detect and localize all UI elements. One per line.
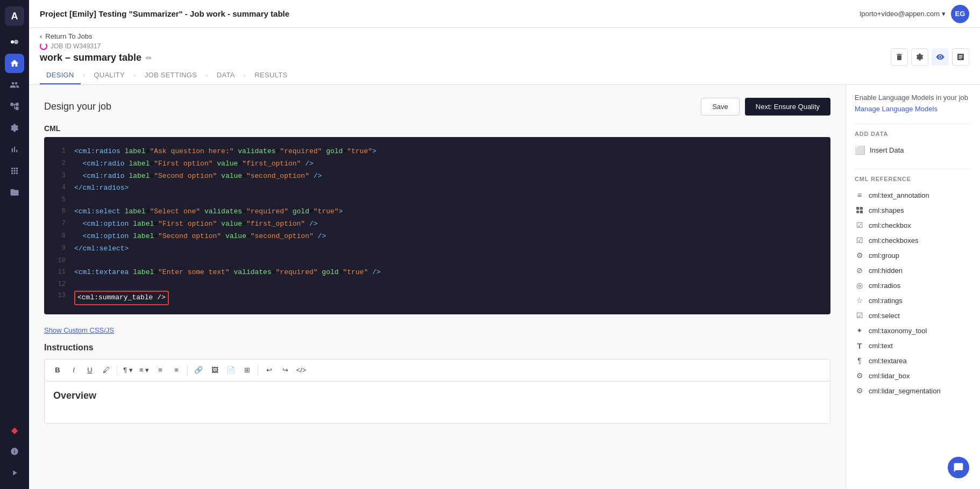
svg-rect-2 [856, 207, 859, 210]
user-email-dropdown[interactable]: lporto+video@appen.com ▾ [860, 10, 946, 18]
nav-sep-3: › [203, 71, 210, 80]
sidebar: A ◆ [0, 0, 29, 489]
nav-sep-1: › [81, 71, 88, 80]
tab-results[interactable]: RESULTS [248, 67, 294, 84]
toolbar-table[interactable]: ⊞ [239, 363, 254, 378]
cml-label: CML [44, 124, 830, 133]
show-css-link[interactable]: Show Custom CSS/JS [44, 326, 114, 334]
sidebar-item-chart[interactable] [5, 140, 24, 159]
job-id-row: JOB ID W349317 [40, 42, 152, 50]
cml-ref-ratings[interactable]: ☆ cml:ratings [855, 293, 971, 308]
toolbar-redo[interactable]: ↪ [278, 363, 293, 378]
cml-ref-shapes[interactable]: cml:shapes [855, 203, 971, 218]
enable-llm-label: Enable Language Models in your job [855, 94, 971, 102]
toolbar-link[interactable]: 🔗 [191, 363, 206, 378]
cml-ref-radios[interactable]: ◎ cml:radios [855, 278, 971, 293]
sidebar-item-info[interactable] [5, 442, 24, 461]
right-panel: Enable Language Models in your job Manag… [846, 85, 980, 489]
sidebar-item-settings2[interactable] [5, 118, 24, 138]
tab-design[interactable]: DESIGN [40, 67, 81, 84]
toolbar-align[interactable]: ≡ ▾ [137, 363, 152, 378]
sidebar-item-hierarchy[interactable] [5, 97, 24, 116]
tab-data-label: DATA [217, 71, 235, 79]
toolbar-unordered-list[interactable]: ≡ [169, 363, 184, 378]
cml-ref-lidar-seg[interactable]: ⚙ cml:lidar_segmentation [855, 383, 971, 398]
cml-ref-shapes-label: cml:shapes [869, 206, 904, 214]
lidar-box-icon: ⚙ [855, 371, 864, 380]
tab-results-label: RESULTS [254, 71, 287, 79]
toolbar-ordered-list[interactable]: ≡ [153, 363, 168, 378]
tab-data[interactable]: DATA [210, 67, 242, 84]
back-chevron-icon: ‹ [40, 32, 42, 40]
delete-button[interactable] [891, 48, 908, 66]
main-content: Design your job Save Next: Ensure Qualit… [29, 85, 846, 489]
tab-job-settings[interactable]: JOB SETTINGS [138, 67, 204, 84]
add-data-section: ADD DATA ⬜ Insert Data [855, 131, 971, 158]
sidebar-item-people[interactable] [5, 75, 24, 95]
cml-ref-taxonomy[interactable]: ✦ cml:taxonomy_tool [855, 323, 971, 338]
content-area: Design your job Save Next: Ensure Qualit… [29, 85, 980, 489]
sidebar-item-expand[interactable] [5, 463, 24, 483]
cml-ref-text-annotation[interactable]: ≡ cml:text_annotation [855, 188, 971, 203]
cml-ref-lidar-box[interactable]: ⚙ cml:lidar_box [855, 368, 971, 383]
toolbar-image[interactable]: 🖼 [207, 363, 222, 378]
app-logo[interactable]: A [5, 6, 24, 26]
cml-ref-label: CML REFERENCE [855, 176, 971, 182]
toolbar-undo[interactable]: ↩ [261, 363, 276, 378]
next-button[interactable]: Next: Ensure Quality [745, 98, 830, 116]
avatar[interactable]: EG [951, 5, 969, 23]
cml-ref-select-label: cml:select [869, 312, 900, 320]
design-title: Design your job [44, 101, 111, 112]
ratings-icon: ☆ [855, 296, 864, 305]
cml-ref-checkbox-label: cml:checkbox [869, 221, 911, 229]
insert-data-item[interactable]: ⬜ Insert Data [855, 142, 971, 158]
tab-quality[interactable]: QUALITY [87, 67, 131, 84]
instructions-section: Instructions B I U 🖊 ¶ ▾ ≡ ▾ ≡ ≡ 🔗 🖼 📄 ⊞ [44, 343, 830, 424]
right-panel-llm-section: Enable Language Models in your job Manag… [855, 94, 971, 113]
cml-ref-radios-label: cml:radios [869, 282, 900, 290]
toolbar-underline[interactable]: U [82, 363, 97, 378]
preview-button[interactable] [932, 48, 949, 66]
toolbar-sep-3 [258, 365, 258, 376]
edit-icon[interactable]: ✏ [146, 54, 152, 62]
chat-bubble[interactable] [948, 457, 969, 478]
cml-ref-checkbox[interactable]: ☑ cml:checkbox [855, 218, 971, 233]
sub-header: ‹ Return To Jobs JOB ID W349317 work – s… [29, 28, 980, 85]
toolbar-code[interactable]: </> [294, 363, 309, 378]
toolbar-paragraph[interactable]: ¶ ▾ [120, 363, 136, 378]
settings-button[interactable] [911, 48, 928, 66]
sidebar-bottom: ◆ [5, 420, 24, 483]
toolbar-bold[interactable]: B [50, 363, 65, 378]
cml-ref-text[interactable]: T cml:text [855, 338, 971, 353]
toolbar-italic[interactable]: I [66, 363, 81, 378]
code-line-10: 10 [44, 255, 830, 267]
external-link-button[interactable] [952, 48, 969, 66]
cml-ref-lidar-box-label: cml:lidar_box [869, 372, 910, 380]
checkboxes-icon: ☑ [855, 235, 864, 245]
sidebar-item-dot[interactable] [5, 32, 24, 52]
header-title: Project [Emily] Testing "Summarizer" - J… [40, 9, 289, 18]
taxonomy-icon: ✦ [855, 326, 864, 335]
cml-ref-hidden[interactable]: ⊘ cml:hidden [855, 263, 971, 278]
sidebar-item-folder[interactable] [5, 183, 24, 202]
sidebar-item-home[interactable] [5, 54, 24, 73]
checkbox-icon: ☑ [855, 220, 864, 230]
editor-content[interactable]: Overview [44, 381, 830, 424]
cml-ref-group[interactable]: ⚙ cml:group [855, 248, 971, 263]
back-link[interactable]: ‹ Return To Jobs [40, 32, 152, 40]
editor-toolbar: B I U 🖊 ¶ ▾ ≡ ▾ ≡ ≡ 🔗 🖼 📄 ⊞ ↩ ↪ [44, 359, 830, 381]
cml-ref-checkboxes[interactable]: ☑ cml:checkboxes [855, 233, 971, 248]
sidebar-item-diamond[interactable]: ◆ [5, 420, 24, 440]
toolbar-file[interactable]: 📄 [223, 363, 238, 378]
code-line-13: 13 <cml:summary_table /> [44, 290, 830, 306]
code-line-5: 5 [44, 195, 830, 206]
cml-ref-textarea[interactable]: ¶ cml:textarea [855, 353, 971, 368]
sidebar-item-grid[interactable] [5, 161, 24, 181]
code-editor[interactable]: 1 <cml:radios label="Ask question here:"… [44, 137, 830, 314]
job-spinner-icon [40, 42, 47, 50]
cml-ref-select[interactable]: ☑ cml:select [855, 308, 971, 323]
toolbar-paint[interactable]: 🖊 [98, 363, 113, 378]
manage-llm-link[interactable]: Manage Language Models [855, 105, 971, 113]
nav-sep-4: › [242, 71, 248, 80]
save-button[interactable]: Save [701, 98, 740, 116]
